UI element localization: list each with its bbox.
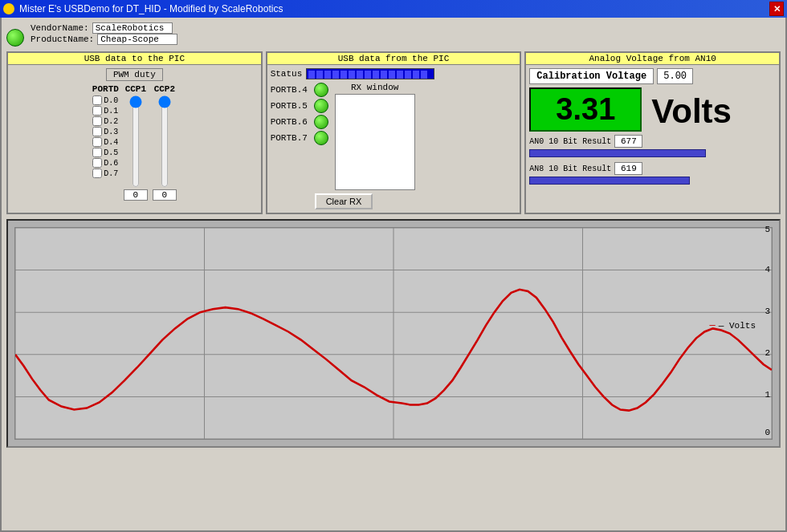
portb7-led bbox=[314, 131, 328, 145]
ccp1-value: 0 bbox=[124, 189, 148, 201]
status-seg-2 bbox=[316, 71, 323, 79]
portd-bit-6: D.6 bbox=[92, 158, 118, 168]
y-label-0: 0 bbox=[765, 428, 770, 437]
portd-bit-5: D.5 bbox=[92, 148, 118, 157]
an8-bar bbox=[529, 177, 690, 185]
an8-label: AN8 10 Bit Result bbox=[529, 164, 611, 173]
y-label-5: 5 bbox=[765, 225, 770, 234]
portb7-label: PORTB.7 bbox=[271, 133, 311, 143]
portd-bit-6-checkbox[interactable] bbox=[92, 158, 102, 168]
volts-label: Volts bbox=[651, 92, 732, 131]
y-label-1: 1 bbox=[765, 390, 770, 400]
status-seg-6 bbox=[349, 71, 355, 79]
portd-bit-3-label: D.3 bbox=[104, 128, 118, 136]
legend-line-icon: — bbox=[710, 320, 716, 331]
portb4-label: PORTB.4 bbox=[271, 85, 311, 95]
status-bar bbox=[306, 68, 434, 79]
panels-row: USB data to the PIC PWM duty PORTD D.0 bbox=[6, 51, 781, 214]
status-seg-1 bbox=[308, 71, 315, 79]
status-seg-14 bbox=[413, 71, 419, 79]
close-button[interactable]: ✕ bbox=[769, 2, 784, 16]
portd-bit-0-label: D.0 bbox=[104, 96, 118, 105]
usb-to-panel: USB data to the PIC PWM duty PORTD D.0 bbox=[6, 51, 263, 214]
ccp1-label: CCP1 bbox=[125, 84, 146, 94]
chart-inner: 5 4 3 2 1 0 — — Volts bbox=[14, 227, 773, 440]
portb-rows: PORTB.4 PORTB.5 PORTB.6 PORTB.7 bbox=[271, 83, 328, 190]
clear-rx-button[interactable]: Clear RX bbox=[315, 193, 373, 209]
connection-led bbox=[6, 29, 24, 47]
calibration-row: Calibration Voltage 5.00 bbox=[529, 68, 776, 84]
usb-from-panel-header: USB data from the PIC bbox=[267, 53, 520, 65]
calibration-label: Calibration Voltage bbox=[529, 68, 654, 84]
chart-legend: — — Volts bbox=[710, 320, 756, 331]
portd-checkboxes: D.0 D.1 D.2 bbox=[92, 95, 118, 178]
portd-bit-3: D.3 bbox=[92, 127, 118, 136]
status-seg-12 bbox=[397, 71, 403, 79]
ccp1-slider[interactable] bbox=[128, 95, 144, 188]
portd-bit-6-label: D.6 bbox=[104, 159, 118, 168]
chart-svg bbox=[15, 228, 772, 439]
portd-bit-2-checkbox[interactable] bbox=[92, 116, 102, 126]
portd-bit-2: D.2 bbox=[92, 116, 118, 126]
portd-bit-1-label: D.1 bbox=[104, 107, 118, 116]
portd-bit-4-checkbox[interactable] bbox=[92, 137, 102, 147]
an0-bar bbox=[529, 149, 706, 157]
status-seg-15 bbox=[421, 71, 427, 79]
analog-panel: Analog Voltage from AN10 Calibration Vol… bbox=[524, 51, 781, 214]
status-seg-11 bbox=[389, 71, 395, 79]
rx-window-label: RX window bbox=[351, 83, 398, 92]
ccp2-slider[interactable] bbox=[157, 95, 173, 188]
app-icon bbox=[3, 3, 14, 14]
y-label-3: 3 bbox=[765, 307, 770, 316]
portb6-led bbox=[314, 115, 328, 129]
info-row: VendorName: ScaleRobotics ProductName: C… bbox=[6, 22, 781, 47]
window-title: Mister E's USBDemo for DT_HID - Modified… bbox=[19, 3, 283, 14]
rx-textarea[interactable] bbox=[335, 94, 415, 190]
status-seg-9 bbox=[373, 71, 379, 79]
portd-ccp-row: PORTD D.0 D.1 bbox=[92, 84, 177, 201]
portd-bit-7-checkbox[interactable] bbox=[92, 169, 102, 178]
an8-value: 619 bbox=[614, 162, 642, 175]
y-label-4: 4 bbox=[765, 265, 770, 274]
y-label-2: 2 bbox=[765, 348, 770, 358]
adc-rows: AN0 10 Bit Result 677 AN8 10 Bit Result … bbox=[529, 135, 776, 185]
portb4-led bbox=[314, 83, 328, 97]
chart-container: 5 4 3 2 1 0 — — Volts bbox=[6, 219, 781, 448]
portd-bit-2-label: D.2 bbox=[104, 117, 118, 126]
status-seg-10 bbox=[381, 71, 387, 79]
portb-rx-row: PORTB.4 PORTB.5 PORTB.6 PORTB.7 bbox=[271, 83, 517, 190]
portd-group: PORTD D.0 D.1 bbox=[92, 84, 119, 178]
calibration-value: 5.00 bbox=[657, 68, 693, 84]
status-seg-8 bbox=[365, 71, 371, 79]
portd-bit-7: D.7 bbox=[92, 169, 118, 178]
ccp2-slider-group: CCP2 0 bbox=[153, 84, 177, 201]
analog-display-row: 3.31 Volts bbox=[529, 87, 776, 135]
portd-bit-3-checkbox[interactable] bbox=[92, 127, 102, 136]
analog-panel-header: Analog Voltage from AN10 bbox=[526, 53, 779, 65]
main-window: VendorName: ScaleRobotics ProductName: C… bbox=[0, 18, 787, 532]
portd-bit-4: D.4 bbox=[92, 137, 118, 147]
status-seg-4 bbox=[332, 71, 339, 79]
pwm-section: PWM duty PORTD D.0 bbox=[11, 68, 258, 201]
vendor-name-label: VendorName: bbox=[31, 23, 89, 33]
usb-from-panel: USB data from the PIC Status bbox=[266, 51, 522, 214]
rx-window-container: RX window bbox=[335, 83, 415, 190]
product-name-label: ProductName: bbox=[31, 35, 94, 44]
product-name-value: Cheap-Scope bbox=[97, 34, 177, 45]
voltage-display: 3.31 bbox=[529, 87, 642, 132]
portd-bit-1: D.1 bbox=[92, 106, 118, 116]
portd-bit-1-checkbox[interactable] bbox=[92, 106, 102, 116]
an0-row: AN0 10 Bit Result 677 bbox=[529, 135, 776, 148]
portb6-row: PORTB.6 bbox=[271, 115, 328, 129]
portd-label: PORTD bbox=[92, 84, 119, 94]
portd-bit-5-checkbox[interactable] bbox=[92, 148, 102, 157]
voltage-number: 3.31 bbox=[556, 92, 615, 127]
status-row: Status bbox=[271, 68, 517, 79]
portd-bit-0-checkbox[interactable] bbox=[92, 95, 102, 105]
usb-to-panel-header: USB data to the PIC bbox=[8, 53, 261, 65]
status-seg-5 bbox=[340, 71, 347, 79]
portb5-label: PORTB.5 bbox=[271, 101, 311, 111]
ccp1-slider-group: CCP1 0 bbox=[124, 84, 148, 201]
status-seg-7 bbox=[357, 71, 363, 79]
portd-bit-4-label: D.4 bbox=[104, 138, 118, 147]
